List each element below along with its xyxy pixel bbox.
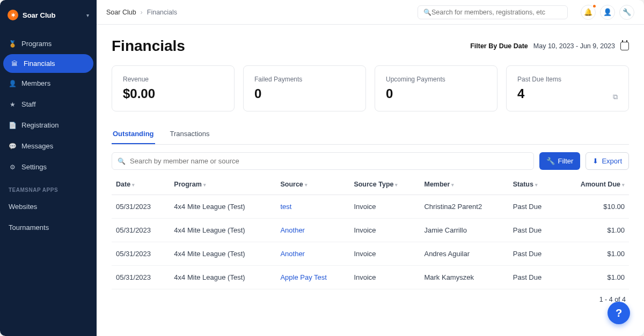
export-button[interactable]: ⬇ Export: [586, 152, 629, 170]
column-status[interactable]: Status▾: [509, 174, 559, 195]
column-date[interactable]: Date▾: [112, 174, 170, 195]
breadcrumb-root[interactable]: Soar Club: [106, 9, 136, 16]
sidebar-item-staff[interactable]: ★Staff: [0, 94, 97, 115]
calendar-icon: [620, 42, 629, 50]
table-header-row: Date▾ Program▾ Source▾ Source Type▾ Memb…: [112, 174, 629, 195]
stat-label: Past Due Items: [517, 76, 618, 83]
topbar-icons: 🔔 👤 🔧: [581, 5, 634, 20]
breadcrumb: Soar Club › Financials: [106, 9, 177, 16]
cell-program: 4x4 Mite League (Test): [170, 195, 276, 219]
sidebar-item-label: Settings: [21, 163, 47, 171]
search-icon: 🔍: [423, 9, 431, 16]
stat-value: 0: [254, 86, 355, 101]
cell-status: Past Due: [509, 219, 559, 242]
sidebar-item-programs[interactable]: 🏅Programs: [0, 33, 97, 54]
stats-row: Revenue $0.00 Failed Payments 0 Upcoming…: [112, 65, 629, 111]
sidebar-app-websites[interactable]: Websites: [0, 196, 97, 217]
cell-status: Past Due: [509, 266, 559, 289]
notifications-button[interactable]: 🔔: [581, 5, 596, 20]
chat-icon: 💬: [9, 143, 16, 150]
sort-icon: ▾: [203, 182, 206, 188]
cell-source[interactable]: Another: [276, 242, 349, 266]
sidebar-item-messages[interactable]: 💬Messages: [0, 136, 97, 156]
cell-amount-due: $1.00: [559, 219, 629, 242]
table-row[interactable]: 05/31/20234x4 Mite League (Test)AnotherI…: [112, 242, 629, 266]
stat-card-failed-payments[interactable]: Failed Payments 0: [243, 65, 366, 111]
cell-amount-due: $1.00: [559, 266, 629, 289]
doc-icon: 📄: [9, 122, 16, 129]
column-label: Program: [174, 181, 201, 188]
sidebar-app-tournaments[interactable]: Tournaments: [0, 217, 97, 238]
star-icon: ★: [9, 101, 16, 108]
column-label: Status: [513, 181, 533, 188]
sidebar-item-financials[interactable]: 🏛Financials: [3, 54, 93, 73]
cell-date: 05/31/2023: [112, 242, 170, 266]
stat-card-upcoming-payments[interactable]: Upcoming Payments 0: [375, 65, 497, 111]
stat-card-past-due[interactable]: Past Due Items 4 ⧉: [506, 65, 629, 111]
pagination-summary: 1 - 4 of 4: [112, 289, 629, 310]
account-button[interactable]: 👤: [600, 5, 615, 20]
column-label: Date: [116, 181, 130, 188]
org-name: Soar Club: [23, 11, 82, 19]
sidebar-item-label: Registration: [21, 121, 58, 129]
sidebar-section-title: TEAMSNAP APPS: [0, 177, 97, 196]
tab-outstanding[interactable]: Outstanding: [112, 124, 155, 144]
search-icon: 🔍: [118, 158, 126, 165]
cell-member: Jamie Carrillo: [420, 219, 508, 242]
sidebar-apps: WebsitesTournaments: [0, 196, 97, 238]
tab-transactions[interactable]: Transactions: [169, 124, 211, 144]
table-row[interactable]: 05/31/20234x4 Mite League (Test)testInvo…: [112, 195, 629, 219]
column-member[interactable]: Member▾: [420, 174, 508, 195]
help-icon: ?: [616, 307, 622, 319]
table-body: 05/31/20234x4 Mite League (Test)testInvo…: [112, 195, 629, 289]
date-range-filter[interactable]: Filter By Due Date May 10, 2023 - Jun 9,…: [470, 42, 629, 50]
sidebar-item-label: Members: [21, 79, 50, 87]
expand-icon[interactable]: ⧉: [613, 93, 618, 101]
column-program[interactable]: Program▾: [170, 174, 276, 195]
global-search[interactable]: 🔍: [418, 5, 568, 19]
column-amount-due[interactable]: Amount Due▾: [559, 174, 629, 195]
stat-label: Revenue: [123, 76, 223, 83]
table-search-input[interactable]: [130, 157, 528, 165]
filter-button[interactable]: 🔧 Filter: [539, 152, 581, 170]
cell-date: 05/31/2023: [112, 195, 170, 219]
tabs: Outstanding Transactions: [112, 124, 629, 145]
cell-member: Christina2 Parent2: [420, 195, 508, 219]
stat-value: 4: [517, 86, 524, 101]
person-icon: 👤: [9, 80, 16, 87]
table-row[interactable]: 05/31/20234x4 Mite League (Test)Apple Pa…: [112, 266, 629, 289]
sidebar-item-registration[interactable]: 📄Registration: [0, 115, 97, 136]
cell-source[interactable]: test: [276, 195, 349, 219]
cell-program: 4x4 Mite League (Test): [170, 219, 276, 242]
stat-label: Failed Payments: [254, 76, 355, 83]
filter-range: May 10, 2023 - Jun 9, 2023: [533, 42, 615, 50]
sidebar-item-settings[interactable]: ⚙Settings: [0, 156, 97, 177]
tools-button[interactable]: 🔧: [619, 5, 634, 20]
help-button[interactable]: ?: [608, 302, 630, 324]
global-search-input[interactable]: [431, 9, 562, 16]
table-search[interactable]: 🔍: [112, 152, 534, 170]
table-row[interactable]: 05/31/20234x4 Mite League (Test)AnotherI…: [112, 219, 629, 242]
stat-card-revenue[interactable]: Revenue $0.00: [112, 65, 235, 111]
cell-amount-due: $10.00: [559, 195, 629, 219]
sort-icon: ▾: [535, 182, 538, 188]
sidebar-item-members[interactable]: 👤Members: [0, 73, 97, 94]
column-source[interactable]: Source▾: [276, 174, 349, 195]
cell-member: Andres Aguilar: [420, 242, 508, 266]
cell-source[interactable]: Apple Pay Test: [276, 266, 349, 289]
cell-source-type: Invoice: [349, 242, 420, 266]
page-title: Financials: [112, 38, 185, 55]
column-label: Member: [424, 181, 450, 188]
org-switcher[interactable]: ✶ Soar Club ▾: [0, 4, 97, 26]
column-label: Source Type: [354, 181, 393, 188]
cell-member: Mark Kamyszek: [420, 266, 508, 289]
cell-status: Past Due: [509, 242, 559, 266]
cell-date: 05/31/2023: [112, 219, 170, 242]
cell-source[interactable]: Another: [276, 219, 349, 242]
sidebar-item-label: Staff: [21, 100, 36, 108]
filter-button-label: Filter: [558, 157, 574, 165]
topbar: Soar Club › Financials 🔍 🔔 👤 🔧: [97, 0, 644, 25]
stat-label: Upcoming Payments: [386, 76, 486, 83]
cell-source-type: Invoice: [349, 219, 420, 242]
column-source-type[interactable]: Source Type▾: [349, 174, 420, 195]
